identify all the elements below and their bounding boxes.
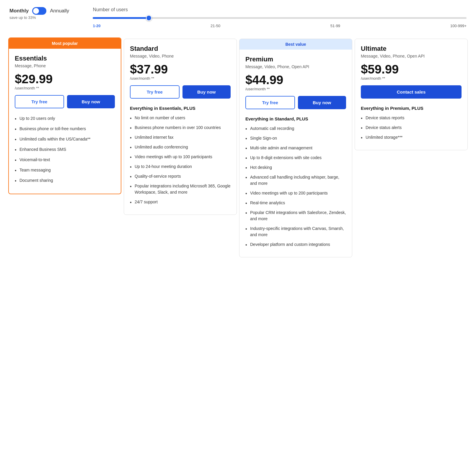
- list-item: Unlimited audio conferencing: [130, 144, 231, 150]
- standard-try-button[interactable]: Try free: [130, 85, 180, 99]
- tick-51-99: 51-99: [330, 24, 340, 28]
- premium-body: Premium Message, Video, Phone, Open API …: [239, 50, 352, 257]
- plan-card-ultimate: Ultimate Message, Video, Phone, Open API…: [355, 39, 468, 150]
- list-item: Industry-specific integrations with Canv…: [245, 226, 346, 238]
- monthly-label: Monthly: [9, 8, 29, 14]
- essentials-short-features: Message, Phone: [15, 63, 115, 68]
- list-item: Up to 20 users only: [15, 115, 115, 122]
- ultimate-price: $59.99: [361, 63, 462, 76]
- list-item: Multi-site admin and management: [245, 145, 346, 151]
- list-item: Up to 8-digit extensions with site codes: [245, 155, 346, 161]
- essentials-name: Essentials: [15, 55, 115, 62]
- essentials-body: Essentials Message, Phone $29.99 /user/m…: [9, 49, 121, 194]
- essentials-feature-list: Up to 20 users only Business phone or to…: [15, 115, 115, 184]
- premium-feature-list: Automatic call recording Single Sign-on …: [245, 125, 346, 248]
- premium-price: $44.99: [245, 74, 346, 86]
- ultimate-plus-header: Everything in Premium, PLUS: [361, 106, 462, 111]
- slider-fill: [93, 17, 149, 19]
- standard-short-features: Message, Video, Phone: [130, 54, 231, 58]
- standard-buy-button[interactable]: Buy now: [182, 85, 231, 99]
- user-slider-section: Number of users 1-20 21-50 51-99 100-999…: [93, 7, 467, 28]
- ultimate-name: Ultimate: [361, 45, 462, 53]
- toggle-knob: [33, 8, 39, 14]
- pricing-grid: Most popular Essentials Message, Phone $…: [7, 37, 469, 259]
- list-item: No limit on number of users: [130, 115, 231, 121]
- list-item: 24/7 support: [130, 199, 231, 205]
- popular-badge: Most popular: [9, 38, 121, 49]
- save-text: save up to 33%: [9, 15, 36, 20]
- list-item: Automatic call recording: [245, 125, 346, 132]
- standard-price-note: /user/month **: [130, 76, 231, 81]
- list-item: Advanced call handling including whisper…: [245, 174, 346, 187]
- ultimate-feature-list: Device status reports Device status aler…: [361, 115, 462, 140]
- best-value-badge: Best value: [239, 39, 352, 50]
- ultimate-price-note: /user/month **: [361, 76, 462, 81]
- list-item: Document sharing: [15, 177, 115, 184]
- premium-short-features: Message, Video, Phone, Open API: [245, 64, 346, 69]
- list-item: Popular integrations including Microsoft…: [130, 183, 231, 195]
- standard-body: Standard Message, Video, Phone $37.99 /u…: [124, 39, 237, 215]
- premium-buy-button[interactable]: Buy now: [298, 96, 346, 109]
- essentials-price: $29.99: [15, 73, 115, 85]
- list-item: Business phone or toll-free numbers: [15, 126, 115, 132]
- plan-card-standard: Standard Message, Video, Phone $37.99 /u…: [124, 39, 237, 215]
- list-item: Up to 24-hour meeting duration: [130, 164, 231, 170]
- slider-ticks: 1-20 21-50 51-99 100-999+: [93, 24, 467, 28]
- list-item: Unlimited calls within the US/Canada**: [15, 136, 115, 142]
- billing-toggle[interactable]: [32, 7, 46, 15]
- billing-row: Monthly Annually: [9, 7, 69, 15]
- annually-label: Annually: [50, 8, 69, 14]
- standard-plus-header: Everything in Essentials, PLUS: [130, 106, 231, 111]
- ultimate-body: Ultimate Message, Video, Phone, Open API…: [355, 39, 467, 150]
- standard-buttons: Try free Buy now: [130, 85, 231, 99]
- ultimate-contact-button[interactable]: Contact sales: [361, 85, 462, 99]
- list-item: Video meetings with up to 200 participan…: [245, 190, 346, 196]
- list-item: Real-time analytics: [245, 200, 346, 206]
- essentials-try-button[interactable]: Try free: [15, 95, 64, 108]
- header-controls: Monthly Annually save up to 33% Number o…: [7, 7, 469, 28]
- plan-card-essentials: Most popular Essentials Message, Phone $…: [8, 37, 121, 194]
- plan-card-premium: Best value Premium Message, Video, Phone…: [239, 39, 352, 257]
- tick-1-20: 1-20: [93, 24, 100, 28]
- premium-try-button[interactable]: Try free: [245, 96, 295, 109]
- list-item: Hot desking: [245, 164, 346, 171]
- standard-feature-list: No limit on number of users Business pho…: [130, 115, 231, 205]
- standard-name: Standard: [130, 45, 231, 53]
- premium-buttons: Try free Buy now: [245, 96, 346, 109]
- list-item: Enhanced Business SMS: [15, 146, 115, 153]
- list-item: Team messaging: [15, 167, 115, 173]
- list-item: Developer platform and custom integratio…: [245, 241, 346, 248]
- premium-plus-header: Everything in Standard, PLUS: [245, 116, 346, 121]
- essentials-price-note: /user/month **: [15, 86, 115, 90]
- list-item: Unlimited internet fax: [130, 134, 231, 140]
- list-item: Device status reports: [361, 115, 462, 121]
- list-item: Popular CRM integrations with Salesforce…: [245, 210, 346, 222]
- standard-price: $37.99: [130, 63, 231, 76]
- list-item: Video meetings with up to 100 participan…: [130, 154, 231, 160]
- essentials-buttons: Try free Buy now: [15, 95, 115, 108]
- list-item: Voicemail-to-text: [15, 157, 115, 163]
- essentials-buy-button[interactable]: Buy now: [67, 95, 115, 108]
- list-item: Unlimited storage***: [361, 134, 462, 140]
- premium-name: Premium: [245, 55, 346, 63]
- premium-price-note: /user/month **: [245, 87, 346, 91]
- list-item: Business phone numbers in over 100 count…: [130, 125, 231, 131]
- users-label: Number of users: [93, 7, 467, 12]
- slider-thumb: [146, 15, 152, 21]
- list-item: Quality-of-service reports: [130, 173, 231, 179]
- tick-21-50: 21-50: [211, 24, 220, 28]
- ultimate-short-features: Message, Video, Phone, Open API: [361, 54, 462, 58]
- list-item: Single Sign-on: [245, 135, 346, 141]
- billing-toggle-wrapper: Monthly Annually save up to 33%: [9, 7, 69, 20]
- list-item: Device status alerts: [361, 125, 462, 131]
- slider-track[interactable]: [93, 17, 467, 19]
- tick-100-999: 100-999+: [450, 24, 467, 28]
